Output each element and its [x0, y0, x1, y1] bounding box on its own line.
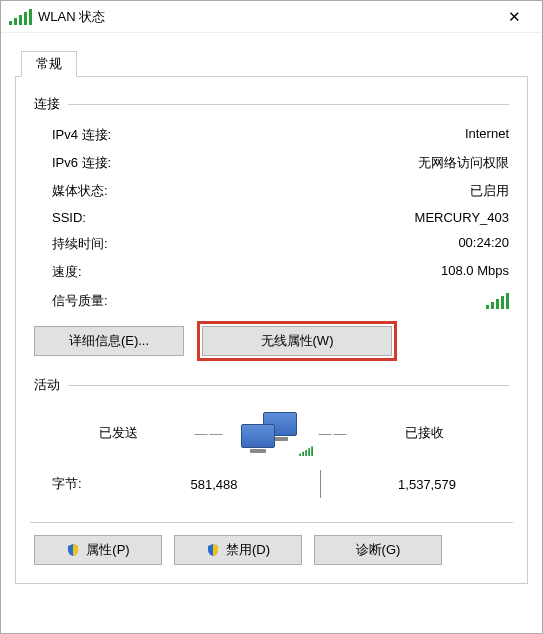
row-media: 媒体状态: 已启用	[34, 177, 509, 205]
ssid-label: SSID:	[52, 210, 86, 225]
wlan-icon	[9, 9, 32, 25]
ssid-value: MERCURY_403	[415, 210, 509, 225]
window-title: WLAN 状态	[38, 8, 494, 26]
signal-bars-icon	[486, 293, 509, 309]
properties-button[interactable]: 属性(P)	[34, 535, 162, 565]
ipv6-label: IPv6 连接:	[52, 154, 111, 172]
row-duration: 持续时间: 00:24:20	[34, 230, 509, 258]
wlan-status-window: WLAN 状态 ✕ 常规 连接 IPv4 连接: Internet IPv6 连…	[0, 0, 543, 634]
shield-icon	[206, 543, 220, 557]
properties-button-label: 属性(P)	[86, 536, 129, 564]
signal-label: 信号质量:	[52, 292, 486, 310]
section-activity-label: 活动	[34, 376, 60, 394]
row-ssid: SSID: MERCURY_403	[34, 205, 509, 230]
tab-general[interactable]: 常规	[21, 51, 77, 77]
ipv6-value: 无网络访问权限	[418, 154, 509, 172]
section-connection-label: 连接	[34, 95, 60, 113]
section-activity: 活动	[34, 376, 509, 394]
received-label: 已接收	[365, 424, 485, 442]
signal-bars-icon	[299, 446, 313, 456]
disable-button-label: 禁用(D)	[226, 536, 270, 564]
diagnose-button[interactable]: 诊断(G)	[314, 535, 442, 565]
ipv4-label: IPv4 连接:	[52, 126, 111, 144]
diagnose-button-label: 诊断(G)	[356, 536, 401, 564]
row-ipv4: IPv4 连接: Internet	[34, 121, 509, 149]
media-value: 已启用	[470, 182, 509, 200]
shield-icon	[66, 543, 80, 557]
client-area: 常规 连接 IPv4 连接: Internet IPv6 连接: 无网络访问权限…	[1, 51, 542, 598]
duration-label: 持续时间:	[52, 235, 108, 253]
details-button[interactable]: 详细信息(E)...	[34, 326, 184, 356]
titlebar[interactable]: WLAN 状态 ✕	[1, 1, 542, 33]
divider	[68, 104, 509, 105]
close-button[interactable]: ✕	[494, 8, 534, 26]
row-ipv6: IPv6 连接: 无网络访问权限	[34, 149, 509, 177]
computers-icon	[241, 412, 303, 454]
bottom-buttons: 属性(P) 禁用(D) 诊断(G)	[34, 535, 509, 565]
bytes-label: 字节:	[52, 475, 132, 493]
row-signal: 信号质量:	[34, 286, 509, 316]
panel-general: 连接 IPv4 连接: Internet IPv6 连接: 无网络访问权限 媒体…	[15, 77, 528, 584]
sent-label: 已发送	[59, 424, 179, 442]
vertical-divider	[320, 470, 321, 498]
connection-buttons: 详细信息(E)... 无线属性(W)	[34, 326, 509, 356]
dash-icon: ——	[319, 426, 349, 441]
section-activity-wrap: 活动 已发送 —— —— 已接收 字节: 581,488	[34, 376, 509, 504]
row-speed: 速度: 108.0 Mbps	[34, 258, 509, 286]
divider	[30, 522, 513, 523]
ipv4-value: Internet	[465, 126, 509, 144]
tab-strip: 常规	[15, 51, 528, 77]
divider	[68, 385, 509, 386]
speed-value: 108.0 Mbps	[441, 263, 509, 281]
media-label: 媒体状态:	[52, 182, 108, 200]
row-bytes: 字节: 581,488 1,537,579	[34, 464, 509, 504]
bytes-sent-value: 581,488	[132, 477, 296, 492]
disable-button[interactable]: 禁用(D)	[174, 535, 302, 565]
dash-icon: ——	[195, 426, 225, 441]
activity-graphic: 已发送 —— —— 已接收	[34, 402, 509, 464]
speed-label: 速度:	[52, 263, 82, 281]
section-connection: 连接	[34, 95, 509, 113]
wireless-properties-button[interactable]: 无线属性(W)	[202, 326, 392, 356]
bytes-received-value: 1,537,579	[345, 477, 509, 492]
duration-value: 00:24:20	[458, 235, 509, 253]
